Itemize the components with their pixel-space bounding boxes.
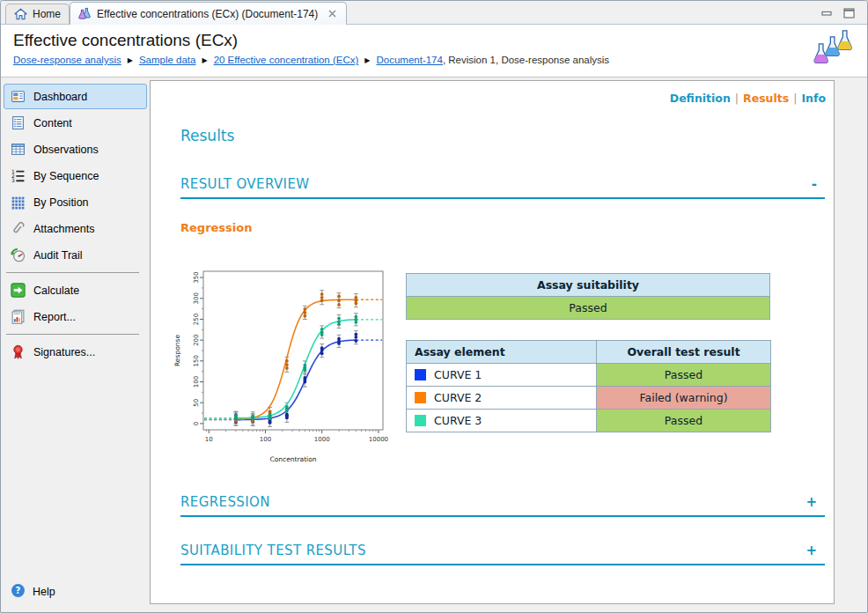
editor-tab-bar: Home Effective concentrations (ECx) (Doc… bbox=[1, 1, 867, 25]
tab-effective-concentrations[interactable]: Effective concentrations (ECx) (Document… bbox=[70, 2, 347, 25]
section-label: REGRESSION bbox=[180, 494, 270, 510]
expand-toggle[interactable]: + bbox=[805, 494, 825, 510]
dose-response-chart: 05010015020025030035010100100010000Respo… bbox=[170, 266, 392, 469]
svg-text:200: 200 bbox=[194, 334, 201, 345]
svg-text:100: 100 bbox=[194, 376, 201, 388]
sidebar-item-label: By Position bbox=[33, 196, 89, 209]
table-row: CURVE 2 Failed (warning) bbox=[407, 387, 771, 410]
svg-text:?: ? bbox=[16, 586, 21, 595]
sidebar-item-label: Calculate bbox=[33, 284, 79, 297]
sidebar: Dashboard Content Observations 123 By Se… bbox=[1, 80, 150, 612]
svg-text:10: 10 bbox=[205, 436, 213, 443]
scrollbar-gutter bbox=[835, 80, 867, 612]
view-window-buttons bbox=[821, 8, 867, 24]
nav-link-info[interactable]: Info bbox=[801, 92, 826, 105]
sidebar-item-label: Dashboard bbox=[33, 91, 87, 103]
app-window: Home Effective concentrations (ECx) (Doc… bbox=[0, 0, 868, 613]
breadcrumb-link[interactable]: Document-174 bbox=[376, 55, 442, 65]
svg-text:50: 50 bbox=[194, 399, 201, 407]
flask-icon bbox=[78, 7, 92, 20]
test-result-cell: Failed (warning) bbox=[597, 387, 771, 410]
breadcrumb-link[interactable]: Dose-response analysis bbox=[13, 55, 121, 65]
sequence-icon: 123 bbox=[11, 168, 26, 183]
curve-color-swatch bbox=[415, 369, 426, 380]
sidebar-item-observations[interactable]: Observations bbox=[4, 137, 147, 162]
breadcrumb: Dose-response analysis ▶ Sample data ▶ 2… bbox=[13, 55, 867, 65]
sidebar-item-label: By Sequence bbox=[33, 170, 99, 182]
tab-home[interactable]: Home bbox=[5, 4, 70, 24]
table-row: CURVE 3 Passed bbox=[407, 410, 771, 432]
tab-label: Effective concentrations (ECx) (Document… bbox=[97, 8, 318, 20]
curve-label: CURVE 2 bbox=[434, 391, 482, 404]
breadcrumb-arrow-icon: ▶ bbox=[364, 56, 370, 64]
dashboard-icon bbox=[11, 89, 26, 104]
nav-link-results[interactable]: Results bbox=[743, 92, 789, 105]
position-icon bbox=[11, 195, 26, 210]
section-result-overview: RESULT OVERVIEW - bbox=[180, 176, 825, 199]
sidebar-item-dashboard[interactable]: Dashboard bbox=[4, 84, 147, 109]
breadcrumb-arrow-icon: ▶ bbox=[128, 56, 133, 64]
collapse-toggle[interactable]: - bbox=[812, 176, 825, 192]
main-area: Dashboard Content Observations 123 By Se… bbox=[1, 78, 867, 612]
assay-suitability-header: Assay suitability bbox=[407, 274, 770, 297]
sidebar-item-label: Signatures... bbox=[33, 346, 95, 358]
section-label: RESULT OVERVIEW bbox=[180, 176, 310, 192]
breadcrumb-link[interactable]: 20 Effective concentration (ECx) bbox=[214, 55, 359, 65]
curve-label: CURVE 3 bbox=[434, 414, 482, 427]
sidebar-item-calculate[interactable]: Calculate bbox=[4, 277, 147, 303]
sidebar-item-label: Report... bbox=[33, 311, 76, 323]
sidebar-item-label: Audit Trail bbox=[33, 249, 83, 262]
curve-color-swatch bbox=[415, 415, 426, 426]
result-overview-body: 05010015020025030035010100100010000Respo… bbox=[170, 234, 834, 469]
page-header: Effective concentrations (ECx) Dose-resp… bbox=[1, 25, 867, 78]
test-result-cell: Passed bbox=[597, 410, 771, 432]
sidebar-item-by-position[interactable]: By Position bbox=[4, 189, 147, 215]
section-regression: REGRESSION + bbox=[180, 494, 825, 517]
svg-text:100: 100 bbox=[260, 436, 271, 443]
dashboard-panel: Definition|Results|Info Results RESULT O… bbox=[150, 80, 835, 604]
svg-text:Concentration: Concentration bbox=[269, 455, 316, 463]
page-nav: Definition|Results|Info bbox=[670, 92, 826, 105]
sidebar-separator bbox=[6, 272, 139, 273]
column-header: Overall test result bbox=[597, 341, 771, 364]
section-suitability-test-results: SUITABILITY TEST RESULTS + bbox=[180, 543, 825, 565]
close-tab-icon[interactable] bbox=[327, 8, 338, 19]
assay-elements-table: Assay element Overall test result CURVE … bbox=[406, 340, 771, 432]
sidebar-item-attachments[interactable]: Attachments bbox=[4, 216, 147, 241]
attachments-icon bbox=[11, 221, 26, 236]
breadcrumb-arrow-icon: ▶ bbox=[202, 56, 207, 64]
breadcrumb-link[interactable]: Sample data bbox=[139, 55, 196, 65]
audit-trail-icon bbox=[11, 247, 26, 262]
calculate-icon bbox=[11, 283, 26, 298]
svg-text:Response: Response bbox=[173, 335, 181, 366]
help-button[interactable]: ? Help bbox=[11, 583, 55, 601]
sidebar-item-by-sequence[interactable]: 123 By Sequence bbox=[4, 163, 147, 188]
table-row: CURVE 1 Passed bbox=[407, 364, 771, 387]
tab-label: Home bbox=[33, 8, 61, 20]
results-heading: Results bbox=[180, 127, 834, 144]
sidebar-item-report[interactable]: Report... bbox=[4, 304, 147, 329]
content-icon bbox=[11, 115, 26, 130]
dose-response-plot: 05010015020025030035010100100010000Respo… bbox=[170, 266, 390, 465]
maximize-button[interactable] bbox=[843, 8, 855, 18]
sidebar-item-audit-trail[interactable]: Audit Trail bbox=[4, 242, 147, 268]
report-icon bbox=[11, 309, 26, 324]
svg-text:3: 3 bbox=[11, 177, 15, 183]
sidebar-item-signatures[interactable]: Signatures... bbox=[4, 339, 147, 365]
flasks-app-icon bbox=[813, 29, 857, 77]
sidebar-separator bbox=[6, 334, 139, 335]
minimize-button[interactable] bbox=[821, 9, 833, 18]
observations-icon bbox=[11, 142, 26, 157]
expand-toggle[interactable]: + bbox=[805, 543, 825, 558]
sidebar-item-label: Attachments bbox=[33, 223, 94, 235]
nav-link-definition[interactable]: Definition bbox=[670, 92, 731, 105]
svg-text:250: 250 bbox=[194, 314, 201, 325]
sidebar-item-content[interactable]: Content bbox=[4, 110, 147, 136]
section-label: SUITABILITY TEST RESULTS bbox=[180, 543, 366, 558]
svg-text:1000: 1000 bbox=[314, 436, 330, 443]
signatures-icon bbox=[11, 344, 26, 359]
column-header: Assay element bbox=[407, 341, 597, 364]
overview-tables: Assay suitability Passed Assay element O… bbox=[406, 266, 771, 469]
test-result-cell: Passed bbox=[597, 364, 771, 387]
svg-text:350: 350 bbox=[194, 271, 201, 283]
